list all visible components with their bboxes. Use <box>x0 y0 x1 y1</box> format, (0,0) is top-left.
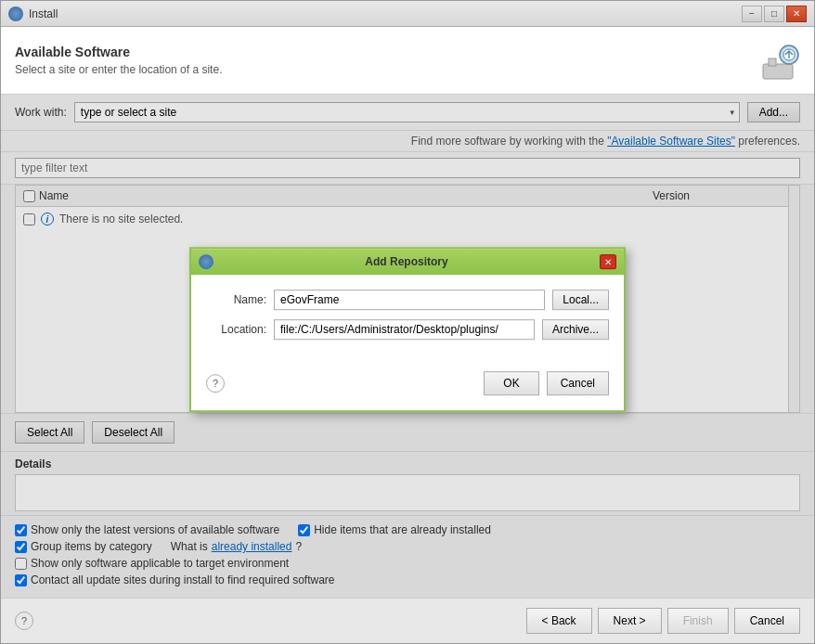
bottom-left: ? <box>15 612 33 630</box>
header-icon <box>756 38 800 83</box>
name-field-row: Name: Local... <box>206 290 609 310</box>
next-button[interactable]: Next > <box>598 608 662 634</box>
dialog-help-icon[interactable]: ? <box>206 374 225 393</box>
eclipse-icon <box>8 6 23 21</box>
back-button[interactable]: < Back <box>526 608 592 634</box>
dialog-body: Name: Local... Location: Archive... <box>191 275 624 364</box>
page-subtitle: Select a site or enter the location of a… <box>15 63 222 76</box>
archive-button[interactable]: Archive... <box>542 319 609 340</box>
svg-rect-0 <box>763 64 793 79</box>
available-software-header: Available Software Select a site or ente… <box>1 27 814 95</box>
header-text: Available Software Select a site or ente… <box>15 45 222 76</box>
page-title: Available Software <box>15 45 222 59</box>
dialog-title-bar: Add Repository ✕ <box>191 249 624 275</box>
close-button[interactable]: ✕ <box>786 6 807 22</box>
dialog-actions: OK Cancel <box>484 371 609 395</box>
minimize-button[interactable]: − <box>742 6 762 22</box>
title-bar-left: Install <box>8 6 58 21</box>
title-bar-controls: − □ ✕ <box>742 6 807 22</box>
dialog-title-icon <box>199 254 213 269</box>
dialog-title: Add Repository <box>213 255 600 268</box>
main-body: Work with: type or select a site ▼ Add..… <box>1 95 814 598</box>
cancel-button[interactable]: Cancel <box>734 608 800 634</box>
location-field-label: Location: <box>206 323 266 336</box>
local-button[interactable]: Local... <box>552 290 609 310</box>
dialog-cancel-button[interactable]: Cancel <box>547 371 609 395</box>
title-bar: Install − □ ✕ <box>1 1 814 27</box>
maximize-button[interactable]: □ <box>764 6 784 22</box>
bottom-right: < Back Next > Finish Cancel <box>526 608 800 634</box>
help-icon[interactable]: ? <box>15 612 33 630</box>
dialog-footer: ? OK Cancel <box>191 364 624 410</box>
finish-button[interactable]: Finish <box>667 608 729 634</box>
add-repository-dialog: Add Repository ✕ Name: Local... Location… <box>189 247 626 412</box>
window-title: Install <box>29 7 58 20</box>
name-field-label: Name: <box>206 293 266 306</box>
bottom-bar: ? < Back Next > Finish Cancel <box>1 598 814 643</box>
content-area: Available Software Select a site or ente… <box>1 27 814 643</box>
location-field-row: Location: Archive... <box>206 319 609 340</box>
dialog-ok-button[interactable]: OK <box>484 371 538 395</box>
location-field-input[interactable] <box>274 319 535 340</box>
dialog-close-button[interactable]: ✕ <box>600 254 616 269</box>
main-window: Install − □ ✕ Available Software Select … <box>0 0 815 644</box>
svg-rect-1 <box>769 58 776 66</box>
name-field-input[interactable] <box>274 290 545 310</box>
